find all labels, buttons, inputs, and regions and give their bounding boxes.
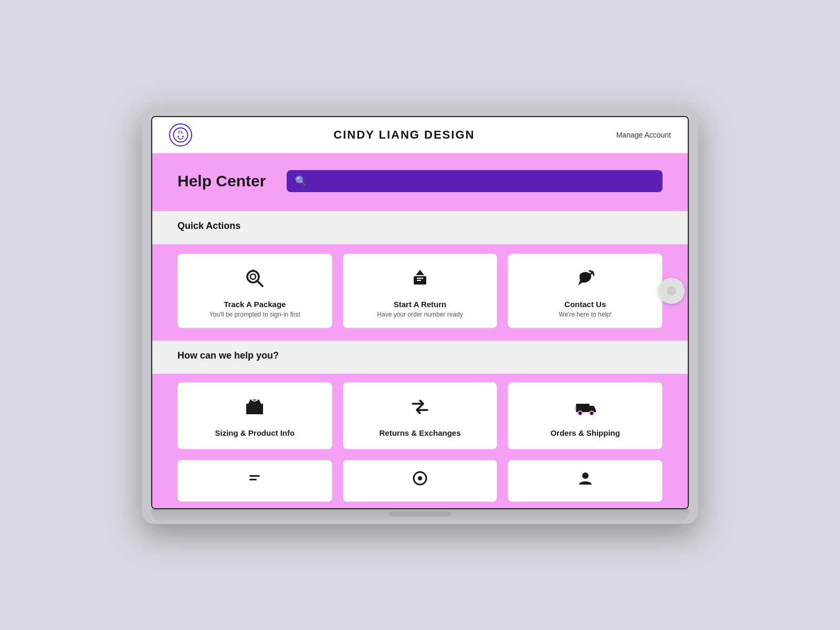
returns-exchanges-label: Returns & Exchanges (379, 428, 460, 437)
floating-scroll-button[interactable] (658, 278, 685, 304)
laptop-notch (388, 511, 452, 517)
search-bar[interactable]: 🔍 (287, 170, 663, 192)
hero-section: Help Center 🔍 (152, 153, 688, 211)
returns-exchanges-card[interactable]: Returns & Exchanges (343, 382, 498, 449)
start-return-icon (408, 267, 432, 295)
quick-actions-cards-section: Track A Package You'll be prompted to si… (152, 244, 688, 341)
search-input[interactable] (312, 176, 654, 186)
orders-shipping-label: Orders & Shipping (550, 428, 620, 437)
bottom-icon-3 (577, 470, 594, 490)
laptop-frame: CL CINDY LIANG DESIGN Manage Account Hel… (142, 107, 698, 524)
bottom-card-1[interactable] (177, 460, 332, 502)
track-package-label: Track A Package (224, 300, 286, 309)
svg-point-12 (667, 286, 676, 296)
svg-point-14 (578, 411, 582, 415)
sizing-product-label: Sizing & Product Info (215, 428, 295, 437)
svg-rect-13 (576, 404, 590, 412)
search-icon: 🔍 (295, 175, 307, 187)
svg-line-5 (257, 281, 262, 286)
svg-point-2 (177, 135, 179, 137)
quick-actions-header: Quick Actions (152, 211, 688, 244)
svg-rect-10 (417, 278, 423, 279)
svg-marker-9 (416, 270, 424, 275)
svg-text:CL: CL (178, 130, 183, 134)
help-topics-cards-section: Sizing & Product Info Returns & Exchange… (152, 374, 688, 460)
contact-us-subtitle: We're here to help! (559, 311, 612, 318)
navbar: CL CINDY LIANG DESIGN Manage Account (152, 117, 688, 153)
track-package-subtitle: You'll be prompted to sign-in first (209, 311, 300, 318)
contact-us-card[interactable]: Contact Us We're here to help! (508, 254, 663, 328)
hero-title: Help Center (177, 172, 266, 190)
svg-rect-16 (249, 475, 260, 477)
bottom-icon-2 (412, 470, 428, 490)
svg-point-20 (582, 472, 589, 479)
start-return-subtitle: Have your order number ready (377, 311, 463, 318)
svg-point-6 (250, 274, 256, 279)
svg-point-3 (182, 135, 184, 137)
bottom-card-3[interactable] (508, 460, 663, 502)
svg-point-19 (418, 476, 422, 480)
laptop-screen: CL CINDY LIANG DESIGN Manage Account Hel… (151, 116, 689, 509)
orders-shipping-card[interactable]: Orders & Shipping (508, 382, 663, 449)
track-package-icon (243, 267, 266, 295)
sizing-product-icon (243, 395, 266, 423)
track-package-card[interactable]: Track A Package You'll be prompted to si… (177, 254, 332, 328)
bottom-cards-row (152, 460, 688, 508)
contact-us-icon (574, 267, 597, 295)
laptop-base (151, 509, 689, 524)
svg-rect-11 (417, 280, 421, 281)
help-topics-header: How can we help you? (152, 341, 688, 374)
start-return-label: Start A Return (394, 300, 447, 309)
returns-exchanges-icon (408, 395, 432, 423)
bottom-card-2[interactable] (343, 460, 498, 502)
bottom-icon-1 (246, 470, 263, 490)
brand-title: CINDY LIANG DESIGN (192, 128, 616, 142)
orders-shipping-icon (574, 395, 597, 423)
logo-area: CL (169, 123, 192, 146)
sizing-product-card[interactable]: Sizing & Product Info (177, 382, 332, 449)
contact-us-label: Contact Us (564, 300, 606, 309)
manage-account-link[interactable]: Manage Account (616, 131, 671, 139)
help-topics-title: How can we help you? (177, 350, 663, 361)
svg-rect-17 (249, 479, 257, 480)
help-topics-row: Sizing & Product Info Returns & Exchange… (177, 382, 663, 449)
svg-point-15 (590, 411, 594, 415)
quick-actions-title: Quick Actions (177, 220, 663, 232)
start-return-card[interactable]: Start A Return Have your order number re… (343, 254, 498, 328)
quick-actions-row: Track A Package You'll be prompted to si… (177, 254, 663, 328)
logo-icon: CL (169, 123, 192, 146)
